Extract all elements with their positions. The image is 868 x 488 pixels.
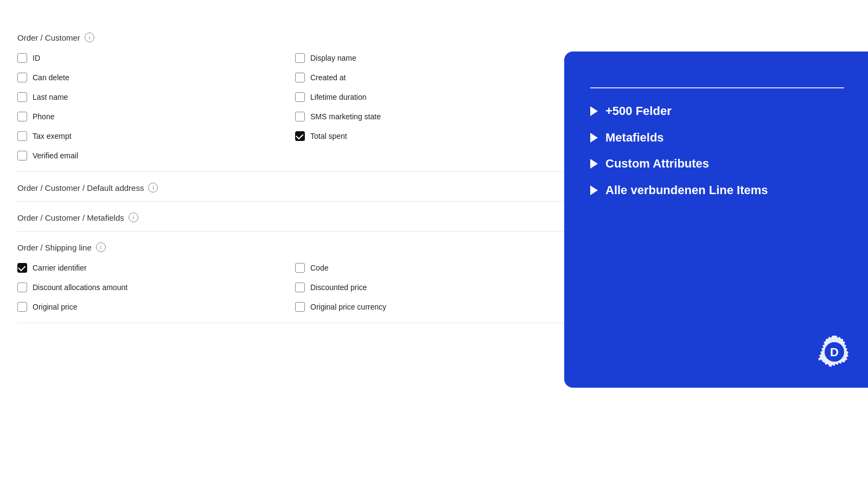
checkbox-label: Code: [310, 264, 328, 272]
checkbox-code[interactable]: [295, 263, 305, 273]
checkbox-item[interactable]: Carrier identifier: [17, 261, 295, 275]
checkbox-label: Discounted price: [310, 283, 367, 292]
checkbox-lifetime-duration[interactable]: [295, 92, 305, 102]
checkbox-item[interactable]: Tax exempt: [17, 129, 295, 143]
checkbox-label: SMS marketing state: [310, 112, 381, 121]
checkbox-original-price[interactable]: [17, 302, 27, 312]
info-icon-order-customer[interactable]: i: [85, 33, 94, 42]
blue-panel-item-label: Custom Attributes: [605, 156, 709, 172]
checkbox-label: Original price currency: [310, 303, 386, 311]
checkbox-discount-allocations-amount[interactable]: [17, 282, 27, 292]
checkbox-total-spent[interactable]: [295, 131, 305, 141]
checkbox-item[interactable]: Discount allocations amount: [17, 280, 295, 294]
checkbox-original-price-currency[interactable]: [295, 302, 305, 312]
section-title-order-customer-default-address: Order / Customer / Default address: [17, 183, 144, 192]
checkbox-item[interactable]: Code: [295, 261, 573, 275]
checkbox-item[interactable]: Can delete: [17, 70, 295, 85]
blue-panel: +500 FelderMetafieldsCustom AttributesAl…: [564, 52, 868, 388]
blue-panel-item-2: Custom Attributes: [590, 156, 844, 172]
checkbox-item[interactable]: Discounted price: [295, 280, 573, 294]
info-icon-order-customer-metafields[interactable]: i: [129, 213, 138, 222]
checkbox-label: Verified email: [33, 151, 78, 160]
blue-panel-item-label: Metafields: [605, 130, 664, 146]
checkbox-item[interactable]: Total spent: [295, 129, 573, 143]
header: [0, 0, 868, 22]
checkbox-can-delete[interactable]: [17, 73, 27, 82]
checkbox-item[interactable]: Phone: [17, 110, 295, 124]
blue-panel-item-1: Metafields: [590, 130, 844, 146]
svg-text:D: D: [830, 345, 839, 359]
checkbox-carrier-identifier[interactable]: [17, 263, 27, 273]
checkbox-verified-email[interactable]: [17, 151, 27, 160]
section-title-order-customer-metafields: Order / Customer / Metafields: [17, 213, 124, 222]
checkbox-item[interactable]: Original price: [17, 300, 295, 314]
checkbox-item[interactable]: ID: [17, 51, 295, 65]
page-container: Order / CustomeriIDDisplay nameEmailCan …: [0, 0, 868, 488]
blue-panel-item-label: +500 Felder: [605, 104, 672, 119]
info-icon-order-shipping-line[interactable]: i: [96, 242, 106, 252]
checkbox-item[interactable]: Original price currency: [295, 300, 573, 314]
checkbox-phone[interactable]: [17, 112, 27, 121]
section-header-order-customer: Order / Customeri: [17, 33, 851, 42]
checkbox-item[interactable]: Created at: [295, 70, 573, 85]
section-title-order-shipping-line: Order / Shipping line: [17, 243, 92, 252]
checkbox-label: Total spent: [310, 132, 347, 140]
checkbox-discounted-price[interactable]: [295, 282, 305, 292]
checkbox-sms-marketing-state[interactable]: [295, 112, 305, 121]
empty-cell: [295, 149, 573, 163]
checkbox-item[interactable]: SMS marketing state: [295, 110, 573, 124]
checkbox-label: Can delete: [33, 73, 69, 82]
section-title-order-customer: Order / Customer: [17, 33, 80, 42]
checkbox-tax-exempt[interactable]: [17, 131, 27, 141]
triangle-icon: [590, 133, 598, 143]
checkbox-last-name[interactable]: [17, 92, 27, 102]
checkbox-label: Tax exempt: [33, 132, 72, 140]
checkbox-label: Original price: [33, 303, 77, 311]
checkbox-created-at[interactable]: [295, 73, 305, 82]
checkbox-label: Discount allocations amount: [33, 283, 127, 292]
badge-icon: D: [816, 333, 853, 373]
blue-panel-item-0: +500 Felder: [590, 104, 844, 119]
blue-panel-list: +500 FelderMetafieldsCustom AttributesAl…: [590, 104, 844, 198]
checkbox-item[interactable]: Verified email: [17, 149, 295, 163]
checkbox-label: Created at: [310, 73, 346, 82]
checkbox-item[interactable]: Lifetime duration: [295, 90, 573, 104]
checkbox-label: Carrier identifier: [33, 264, 87, 272]
blue-panel-item-label: Alle verbundenen Line Items: [605, 183, 768, 198]
triangle-icon: [590, 106, 598, 116]
checkbox-id[interactable]: [17, 53, 27, 63]
checkbox-label: Phone: [33, 112, 54, 121]
triangle-icon: [590, 185, 598, 195]
blue-panel-divider: [590, 87, 844, 88]
info-icon-order-customer-default-address[interactable]: i: [148, 183, 158, 192]
checkbox-label: Display name: [310, 54, 356, 62]
triangle-icon: [590, 159, 598, 169]
checkbox-item[interactable]: Display name: [295, 51, 573, 65]
blue-panel-item-3: Alle verbundenen Line Items: [590, 183, 844, 198]
checkbox-label: Lifetime duration: [310, 93, 367, 101]
checkbox-label: ID: [33, 54, 40, 62]
checkbox-display-name[interactable]: [295, 53, 305, 63]
checkbox-item[interactable]: Last name: [17, 90, 295, 104]
checkbox-label: Last name: [33, 93, 68, 101]
